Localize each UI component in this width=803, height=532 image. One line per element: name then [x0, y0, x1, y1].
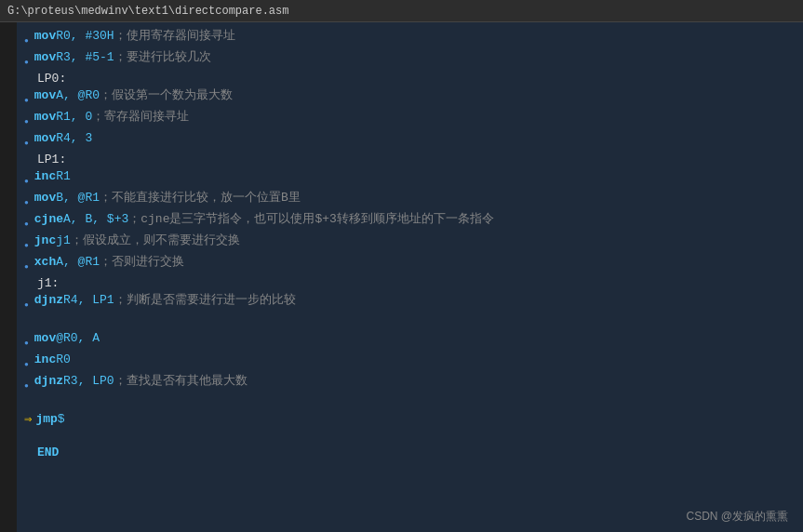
instruction: mov: [34, 190, 56, 206]
comment: ；判断是否需要进行进一步的比较: [114, 292, 296, 309]
code-line-17: ●djnz R3, LP0 ；查找是否有其他最大数: [24, 373, 796, 394]
code-line-20: [24, 428, 796, 445]
operands: $: [58, 411, 65, 428]
code-line-0: ●mov R0, #30H ；使用寄存器间接寻址: [24, 28, 796, 49]
operands: @R0, A: [56, 330, 100, 347]
comment: ；否则进行交换: [100, 254, 184, 271]
comment: ；假设成立，则不需要进行交换: [71, 233, 240, 249]
line-bullet: ●: [24, 135, 29, 152]
operands: R1, 0: [56, 109, 92, 126]
operands: A, B, $+3: [63, 211, 128, 228]
code-line-8: ●mov B, @R1 ；不能直接进行比较，放一个位置B里: [24, 190, 796, 211]
code-line-4: ●mov R1, 0 ；寄存器间接寻址: [24, 109, 796, 130]
code-line-10: ●jnc j1 ；假设成立，则不需要进行交换: [24, 233, 796, 254]
code-line-19: ⇒jmp $: [24, 411, 796, 428]
code-line-15: ●mov @R0, A: [24, 330, 796, 352]
operands: R0: [56, 352, 71, 368]
instruction: djnz: [34, 292, 63, 309]
operands: R4, LP1: [63, 292, 114, 309]
gutter: [0, 22, 17, 532]
instruction: cjne: [34, 211, 63, 228]
label-text: j1:: [37, 275, 59, 292]
title-text: G:\proteus\medwinv\text1\directcompare.a…: [7, 5, 288, 18]
watermark: CSDN @发疯的熏熏: [686, 509, 788, 525]
label-text: LP0:: [37, 71, 66, 87]
instruction: mov: [34, 49, 56, 66]
code-line-12: j1:: [24, 275, 796, 292]
instruction: jmp: [35, 411, 57, 428]
comment: ；要进行比较几次: [114, 49, 211, 66]
instruction: inc: [34, 352, 56, 368]
instruction: xch: [34, 254, 56, 271]
code-line-21: END: [24, 445, 796, 461]
label-text: LP1:: [37, 152, 66, 168]
comment: ；不能直接进行比较，放一个位置B里: [100, 190, 301, 206]
code-line-16: ●inc R0: [24, 352, 796, 373]
instruction: mov: [34, 87, 56, 104]
line-bullet: ●: [24, 335, 29, 352]
line-bullet: ●: [24, 237, 29, 254]
comment: ；cjne是三字节指令，也可以使用$+3转移到顺序地址的下一条指令: [128, 211, 494, 228]
code-line-1: ●mov R3, #5-1 ；要进行比较几次: [24, 49, 796, 71]
instruction: jnc: [34, 233, 56, 249]
code-line-5: ●mov R4, 3: [24, 130, 796, 152]
code-line-13: ●djnz R4, LP1 ；判断是否需要进行进一步的比较: [24, 292, 796, 313]
code-line-2: LP0:: [24, 71, 796, 87]
instruction: mov: [34, 109, 56, 126]
code-line-18: [24, 394, 796, 411]
operands: R4, 3: [56, 130, 92, 147]
line-bullet: ●: [24, 173, 29, 190]
comment: ；假设第一个数为最大数: [100, 87, 233, 104]
line-bullet: ●: [24, 378, 29, 394]
comment: ；查找是否有其他最大数: [114, 373, 248, 390]
current-line-arrow: ⇒: [24, 411, 32, 428]
code-line-11: ●xch A, @R1 ；否则进行交换: [24, 254, 796, 275]
line-bullet: ●: [24, 297, 29, 313]
line-bullet: ●: [24, 194, 29, 211]
instruction: mov: [34, 330, 56, 347]
line-bullet: ●: [24, 259, 29, 275]
operands: R0, #30H: [56, 28, 114, 45]
code-container[interactable]: ●mov R0, #30H ；使用寄存器间接寻址●mov R3, #5-1 ；要…: [17, 22, 803, 532]
operands: R1: [56, 168, 71, 185]
operands: A, @R0: [56, 87, 100, 104]
instruction: mov: [34, 130, 56, 147]
line-bullet: ●: [24, 216, 29, 233]
instruction: djnz: [34, 373, 63, 390]
operands: R3, LP0: [63, 373, 114, 390]
operands: B, @R1: [56, 190, 100, 206]
instruction: mov: [34, 28, 56, 45]
comment: ；寄存器间接寻址: [92, 109, 189, 126]
code-line-9: ●cjne A, B, $+3 ；cjne是三字节指令，也可以使用$+3转移到顺…: [24, 211, 796, 233]
line-bullet: ●: [24, 356, 29, 373]
title-bar: G:\proteus\medwinv\text1\directcompare.a…: [0, 0, 803, 22]
line-bullet: ●: [24, 54, 29, 71]
operands: j1: [56, 233, 71, 249]
code-line-7: ●inc R1: [24, 168, 796, 190]
line-bullet: ●: [24, 33, 29, 49]
line-bullet: ●: [24, 92, 29, 109]
operands: A, @R1: [56, 254, 100, 271]
line-bullet: ●: [24, 113, 29, 130]
code-line-3: ●mov A, @R0 ；假设第一个数为最大数: [24, 87, 796, 109]
keyword-text: END: [37, 445, 59, 461]
instruction: inc: [34, 168, 56, 185]
code-line-6: LP1:: [24, 152, 796, 168]
operands: R3, #5-1: [56, 49, 114, 66]
comment: ；使用寄存器间接寻址: [114, 28, 235, 45]
editor-area: ●mov R0, #30H ；使用寄存器间接寻址●mov R3, #5-1 ；要…: [0, 22, 803, 532]
code-line-14: [24, 313, 796, 330]
